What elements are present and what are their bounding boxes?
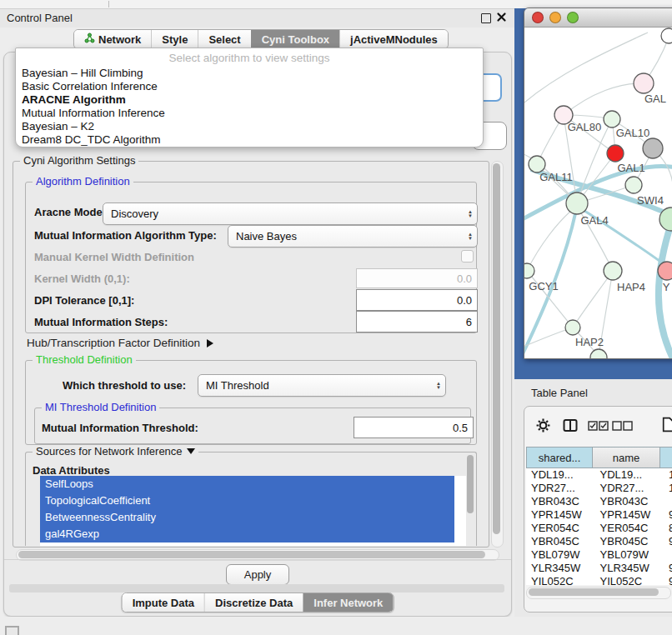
select-all-checkboxes-icon[interactable]: [588, 421, 609, 433]
data-attributes-list[interactable]: SelfLoopsTopologicalCoefficientBetweenne…: [40, 476, 466, 546]
column-header-shared[interactable]: shared...: [526, 447, 593, 468]
toolbar-divider: [108, 1, 109, 8]
kernel-width-field[interactable]: 0.0: [356, 268, 478, 288]
dpi-tolerance-field[interactable]: 0.0: [356, 289, 478, 311]
tab-jactivemnodules[interactable]: jActiveMNodules: [339, 30, 448, 48]
network-node[interactable]: [661, 28, 672, 43]
network-node-hap2[interactable]: [565, 320, 580, 335]
column-layout-icon[interactable]: [563, 418, 578, 435]
table-cell: 8.: [665, 522, 672, 535]
table-row[interactable]: YER054CYER054C8.: [526, 522, 672, 535]
algorithm-option-basic-correlation-inference[interactable]: Basic Correlation Inference: [16, 80, 483, 93]
network-node[interactable]: [643, 138, 663, 158]
scrollbar-thumb[interactable]: [18, 551, 485, 558]
which-threshold-label: Which threshold to use:: [63, 379, 186, 392]
table-cell: YBR043C: [595, 495, 666, 508]
float-panel-icon[interactable]: [481, 13, 491, 23]
algorithm-definition-legend: Algorithm Definition: [33, 175, 133, 188]
unselect-all-checkboxes-icon[interactable]: [612, 421, 633, 433]
scrollbar-thumb[interactable]: [529, 588, 659, 596]
network-edge[interactable]: [564, 83, 644, 115]
attributes-scrollbar[interactable]: [467, 455, 474, 513]
table-row[interactable]: YBR043CYBR043C: [526, 495, 672, 508]
table-horizontal-scrollbar[interactable]: [526, 587, 671, 599]
network-window-titlebar[interactable]: [524, 8, 672, 28]
table-row[interactable]: YLR345WYLR345W9.: [526, 562, 672, 575]
cyni-mode-tabbar: Impute DataDiscretize DataInfer Network: [122, 592, 394, 612]
hub-definition-expander[interactable]: Hub/Transcription Factor Definition: [27, 337, 213, 349]
network-node-swi4[interactable]: [625, 177, 642, 193]
table-row[interactable]: YIL052CYIL052C9: [526, 575, 672, 585]
table-row[interactable]: YBL079WYBL079W: [526, 548, 672, 562]
table-cell: YIL052C: [595, 575, 666, 585]
network-node-hap4[interactable]: [604, 262, 622, 280]
network-edge[interactable]: [573, 271, 613, 328]
algorithm-option-bayesian-hill-climbing[interactable]: Bayesian – Hill Climbing: [16, 67, 483, 80]
tab-network[interactable]: Network: [74, 30, 151, 48]
column-header-name[interactable]: name: [593, 447, 660, 468]
table-cell: YER054C: [595, 522, 666, 535]
dropdown-items: Bayesian – Hill ClimbingBasic Correlatio…: [16, 67, 483, 147]
expand-arrow-icon[interactable]: [207, 339, 213, 348]
algorithm-option-mutual-information-inference[interactable]: Mutual Information Inference: [16, 107, 483, 120]
mi-threshold-field[interactable]: 0.5: [354, 417, 474, 438]
algorithm-option-bayesian-k2[interactable]: Bayesian – K2: [16, 120, 483, 133]
network-canvas[interactable]: GALGAL80GAL10GAL1GAL11SWI4GAL4GCY1HAP4YH…: [524, 28, 672, 359]
mode-tab-discretize-data[interactable]: Discretize Data: [204, 593, 303, 612]
table-cell: 9.: [665, 535, 672, 548]
network-node[interactable]: [590, 349, 607, 359]
network-node-label: GCY1: [529, 280, 558, 292]
table-cell: [665, 495, 672, 508]
gear-icon[interactable]: [536, 418, 550, 435]
mi-type-select[interactable]: Naive Bayes ▲▼: [228, 225, 478, 248]
network-edge[interactable]: [524, 32, 648, 107]
mode-tab-impute-data[interactable]: Impute Data: [123, 593, 204, 612]
algorithm-option-aracne-algorithm[interactable]: ARACNE Algorithm: [16, 93, 483, 107]
tab-label: Network: [98, 33, 141, 46]
minimized-panel-icon[interactable]: [5, 626, 19, 635]
attribute-option-selfloops[interactable]: SelfLoops: [40, 476, 454, 492]
tab-label: Select: [208, 33, 240, 46]
network-node-gal11[interactable]: [529, 156, 545, 172]
table-cell: YER054C: [526, 522, 595, 535]
attribute-option-topologicalcoefficient[interactable]: TopologicalCoefficient: [40, 492, 454, 509]
tab-style[interactable]: Style: [151, 30, 198, 48]
attribute-option-gal4rgexp[interactable]: gal4RGexp: [40, 526, 454, 542]
aracne-mode-select[interactable]: Discovery ▲▼: [103, 202, 478, 225]
network-node-gal4[interactable]: [566, 192, 588, 214]
table-row[interactable]: YPR145WYPR145W9.: [526, 508, 672, 522]
network-node-gcy1[interactable]: [524, 263, 534, 278]
tab-cyni-toolbox[interactable]: Cyni Toolbox: [251, 30, 339, 48]
table-cell: YBR043C: [526, 495, 595, 508]
which-threshold-select[interactable]: MI Threshold ▲▼: [198, 374, 446, 397]
zoom-window-button[interactable]: [567, 12, 579, 23]
network-node-gal[interactable]: [634, 73, 654, 93]
mi-steps-field[interactable]: 6: [356, 311, 478, 332]
mi-threshold-label: Mutual Information Threshold:: [42, 422, 198, 434]
network-node-y[interactable]: [658, 262, 672, 280]
network-node-label: HAP4: [617, 281, 645, 293]
minimize-window-button[interactable]: [549, 12, 561, 23]
scrollbar-thumb[interactable]: [493, 163, 500, 534]
close-panel-icon[interactable]: [496, 12, 507, 22]
attribute-option-betweennesscentrality[interactable]: BetweennessCentrality: [40, 509, 454, 526]
table-row[interactable]: YBR045CYBR045C9.: [526, 535, 672, 548]
algorithm-option-dream8-dc-tdc-algorithm[interactable]: Dream8 DC_TDC Algorithm: [16, 133, 483, 147]
column-header-partial[interactable]: [660, 447, 672, 468]
sources-legend[interactable]: Sources for Network Inference: [33, 445, 198, 458]
collapse-arrow-icon[interactable]: [187, 448, 195, 454]
mode-tab-infer-network[interactable]: Infer Network: [303, 593, 393, 612]
manual-kernel-checkbox[interactable]: [461, 250, 474, 262]
control-panel-titlebar: Control Panel: [0, 9, 514, 28]
apply-button[interactable]: Apply: [226, 564, 289, 585]
network-node-gal10[interactable]: [604, 111, 620, 128]
algorithm-dropdown-list[interactable]: Select algorithm to view settings Bayesi…: [15, 48, 484, 148]
close-window-button[interactable]: [532, 12, 544, 23]
settings-vertical-scrollbar[interactable]: [491, 161, 504, 548]
table-row[interactable]: YDR27...YDR27...12: [526, 482, 672, 495]
table-row[interactable]: YDL19...YDL19...13: [526, 468, 672, 482]
network-node-gal1[interactable]: [607, 145, 624, 162]
document-icon[interactable]: [662, 417, 672, 435]
tab-select[interactable]: Select: [198, 30, 250, 48]
mi-threshold-definition-legend: MI Threshold Definition: [42, 401, 159, 413]
